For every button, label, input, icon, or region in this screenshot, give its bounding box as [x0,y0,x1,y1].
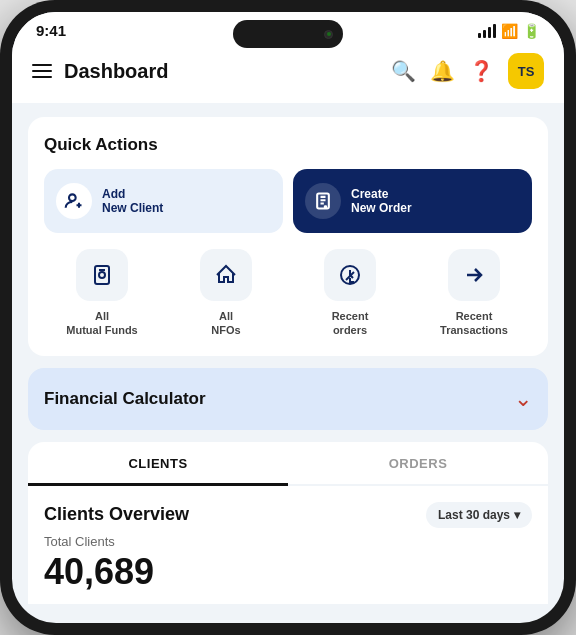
grid-item-mutual-funds[interactable]: AllMutual Funds [44,249,160,338]
signal-icon [478,24,496,38]
search-icon[interactable]: 🔍 [391,59,416,83]
status-time: 9:41 [36,22,66,39]
grid-item-recent-transactions[interactable]: RecentTransactions [416,249,532,338]
clients-overview-title: Clients Overview [44,504,189,525]
nfos-label: AllNFOs [211,309,240,338]
period-selector-chevron: ▾ [514,508,520,522]
add-new-client-button[interactable]: Add New Client [44,169,283,233]
create-new-order-button[interactable]: Create New Order [293,169,532,233]
mutual-funds-icon [76,249,128,301]
hamburger-menu-icon[interactable] [32,64,52,78]
quick-actions-card: Quick Actions Add Ne [28,117,548,356]
recent-orders-label: Recentorders [332,309,369,338]
clients-overview-header: Clients Overview Last 30 days ▾ [44,502,532,528]
quick-grid: AllMutual Funds AllNFOs [44,249,532,338]
svg-rect-2 [95,266,109,284]
tab-orders[interactable]: ORDERS [288,442,548,484]
wifi-icon: 📶 [501,23,518,39]
quick-actions-title: Quick Actions [44,135,532,155]
avatar[interactable]: TS [508,53,544,89]
header: Dashboard 🔍 🔔 ❓ TS [12,45,564,103]
grid-item-nfos[interactable]: AllNFOs [168,249,284,338]
page-title: Dashboard [64,60,168,83]
recent-transactions-label: RecentTransactions [440,309,508,338]
camera-dot [324,30,333,39]
financial-calculator-card[interactable]: Financial Calculator ⌄ [28,368,548,430]
dynamic-island [233,20,343,48]
chevron-down-icon: ⌄ [514,386,532,412]
recent-transactions-icon [448,249,500,301]
battery-icon: 🔋 [523,23,540,39]
phone-screen: 9:41 📶 🔋 Dashboard [12,12,564,623]
total-clients-number: 40,689 [44,551,532,593]
add-client-text: Add New Client [102,187,163,216]
create-order-line2: New Order [351,201,412,215]
main-content: Quick Actions Add Ne [12,103,564,604]
tabs-bar: CLIENTS ORDERS [28,442,548,486]
svg-point-0 [69,194,76,201]
add-client-icon [56,183,92,219]
create-order-icon [305,183,341,219]
svg-point-3 [99,272,105,278]
tab-content-clients: Clients Overview Last 30 days ▾ Total Cl… [28,486,548,604]
create-order-line1: Create [351,187,412,201]
financial-calculator-title: Financial Calculator [44,389,206,409]
period-selector-button[interactable]: Last 30 days ▾ [426,502,532,528]
grid-item-recent-orders[interactable]: Recentorders [292,249,408,338]
bell-icon[interactable]: 🔔 [430,59,455,83]
status-bar: 9:41 📶 🔋 [12,12,564,45]
period-selector-label: Last 30 days [438,508,510,522]
add-client-line1: Add [102,187,163,201]
quick-action-buttons: Add New Client [44,169,532,233]
add-client-line2: New Client [102,201,163,215]
tab-clients[interactable]: CLIENTS [28,442,288,486]
header-left: Dashboard [32,60,168,83]
help-icon[interactable]: ❓ [469,59,494,83]
total-clients-label: Total Clients [44,534,532,549]
phone-frame: 9:41 📶 🔋 Dashboard [0,0,576,635]
header-right: 🔍 🔔 ❓ TS [391,53,544,89]
status-icons: 📶 🔋 [478,23,540,39]
create-order-text: Create New Order [351,187,412,216]
nfos-icon [200,249,252,301]
mutual-funds-label: AllMutual Funds [66,309,138,338]
tabs-card: CLIENTS ORDERS Clients Overview Last 30 … [28,442,548,604]
recent-orders-icon [324,249,376,301]
